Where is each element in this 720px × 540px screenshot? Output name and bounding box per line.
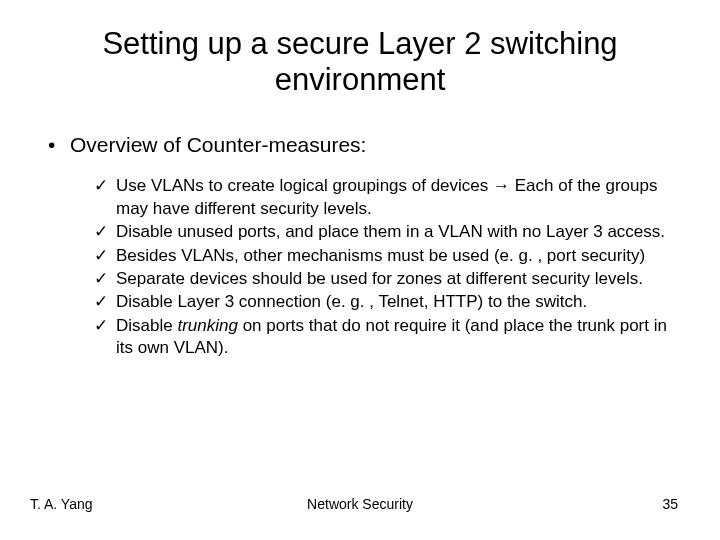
overview-heading: Overview of Counter-measures: [70, 133, 366, 157]
bullet-icon: • [48, 133, 70, 157]
list-item: ✓ Disable unused ports, and place them i… [94, 221, 678, 243]
footer: T. A. Yang Network Security 35 [0, 496, 720, 512]
item-text: Disable Layer 3 connection (e. g. , Teln… [116, 291, 678, 313]
list-item: ✓ Disable Layer 3 connection (e. g. , Te… [94, 291, 678, 313]
item-text: Besides VLANs, other mechanisms must be … [116, 245, 678, 267]
footer-title: Network Security [0, 496, 720, 512]
check-icon: ✓ [94, 291, 116, 313]
list-item: ✓ Use VLANs to create logical groupings … [94, 175, 678, 220]
check-icon: ✓ [94, 315, 116, 360]
list-item: ✓ Besides VLANs, other mechanisms must b… [94, 245, 678, 267]
check-icon: ✓ [94, 245, 116, 267]
check-icon: ✓ [94, 221, 116, 243]
item-text: Disable unused ports, and place them in … [116, 221, 678, 243]
item-pre: Disable [116, 316, 177, 335]
slide-title: Setting up a secure Layer 2 switching en… [42, 26, 678, 97]
arrow-icon: → [493, 176, 510, 195]
check-icon: ✓ [94, 268, 116, 290]
list-item: ✓ Disable trunking on ports that do not … [94, 315, 678, 360]
item-text: Separate devices should be used for zone… [116, 268, 678, 290]
overview-bullet: • Overview of Counter-measures: [42, 133, 678, 157]
list-item: ✓ Separate devices should be used for zo… [94, 268, 678, 290]
check-icon: ✓ [94, 175, 116, 220]
item-pre: Use VLANs to create logical groupings of… [116, 176, 493, 195]
item-text: Disable trunking on ports that do not re… [116, 315, 678, 360]
checklist: ✓ Use VLANs to create logical groupings … [42, 175, 678, 360]
item-text: Use VLANs to create logical groupings of… [116, 175, 678, 220]
item-em: trunking [177, 316, 237, 335]
slide: Setting up a secure Layer 2 switching en… [0, 0, 720, 540]
